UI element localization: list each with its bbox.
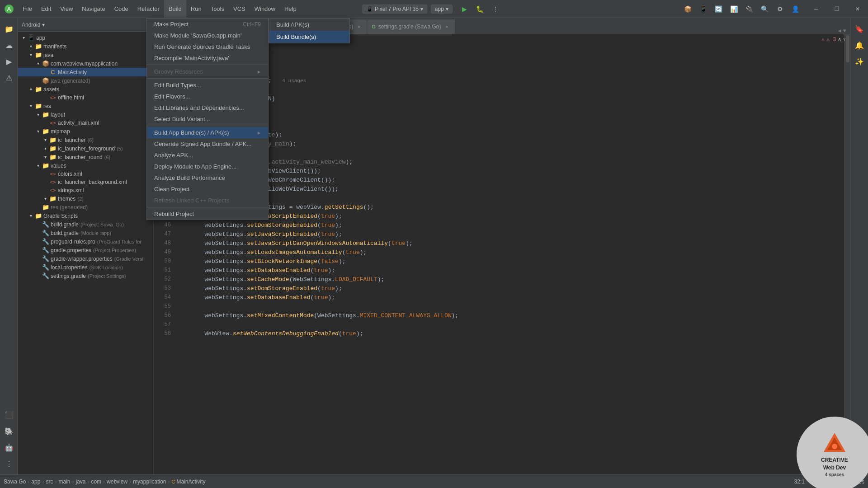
menu-vcs[interactable]: VCS bbox=[229, 0, 250, 18]
menu-edit-libraries[interactable]: Edit Libraries and Dependencies... bbox=[147, 102, 268, 113]
menu-make-project[interactable]: Make Project Ctrl+F9 bbox=[147, 19, 268, 30]
menu-edit[interactable]: Edit bbox=[37, 0, 56, 18]
tree-item-ic-launcher-round[interactable]: ▾ 📁 ic_launcher_round (6) bbox=[18, 153, 153, 161]
tree-item-manifests[interactable]: ▾ 📁 manifests bbox=[18, 42, 153, 51]
menu-clean-project[interactable]: Clean Project bbox=[147, 183, 268, 195]
run-button[interactable]: ▶ bbox=[458, 2, 472, 16]
account-icon[interactable]: 👤 bbox=[788, 2, 802, 16]
menu-navigate[interactable]: Navigate bbox=[77, 0, 109, 18]
sdk-manager-icon[interactable]: 📦 bbox=[681, 2, 694, 16]
menu-make-module[interactable]: Make Module 'SawaGo.app.main' bbox=[147, 30, 268, 41]
tab-settings-gradle[interactable]: G settings.gradle (Sawa Go) × bbox=[367, 19, 455, 34]
menu-window[interactable]: Window bbox=[250, 0, 280, 18]
device-explorer-icon[interactable]: 🔌 bbox=[742, 2, 756, 16]
tree-item-com-webview[interactable]: ▾ 📦 com.webview.myapplication bbox=[18, 59, 153, 68]
tree-item-ic-launcher[interactable]: ▾ 📁 ic_launcher (6) bbox=[18, 136, 153, 144]
tree-item-ic-bg-xml[interactable]: <> ic_launcher_background.xml bbox=[18, 178, 153, 186]
menu-select-variant[interactable]: Select Build Variant... bbox=[147, 113, 268, 125]
breadcrumb-src[interactable]: src bbox=[46, 479, 53, 485]
tree-item-mainactivity[interactable]: C MainActivity bbox=[18, 68, 153, 76]
more-sidebar-icon[interactable]: ⋮ bbox=[2, 456, 16, 471]
tree-item-layout[interactable]: ▾ 📁 layout bbox=[18, 110, 153, 119]
android-sidebar-icon[interactable]: 🤖 bbox=[2, 440, 16, 455]
menu-recompile[interactable]: Recompile 'MainActivity.java' bbox=[147, 52, 268, 64]
tree-item-proguard[interactable]: 🔧 proguard-rules.pro (ProGuard Rules for bbox=[18, 237, 153, 246]
search-icon[interactable]: 🔍 bbox=[758, 2, 771, 16]
more-run-options[interactable]: ⋮ bbox=[489, 2, 502, 16]
menu-build[interactable]: Build bbox=[164, 0, 186, 18]
breadcrumb-app[interactable]: app bbox=[31, 479, 40, 485]
tree-item-mipmap[interactable]: ▾ 📁 mipmap bbox=[18, 127, 153, 136]
menu-code[interactable]: Code bbox=[110, 0, 133, 18]
android-view-selector[interactable]: Android ▾ bbox=[22, 22, 45, 28]
line-col-info[interactable]: 32:1 bbox=[794, 479, 805, 485]
submenu-build-bundle[interactable]: Build Bundle(s) bbox=[269, 31, 349, 43]
breadcrumb-mainactivity[interactable]: C MainActivity bbox=[172, 479, 206, 485]
menu-build-bundle-apk[interactable]: Build App Bundle(s) / APK(s) ▸ bbox=[147, 127, 268, 138]
menu-help[interactable]: Help bbox=[280, 0, 301, 18]
breadcrumb-main[interactable]: main bbox=[58, 479, 70, 485]
tree-item-build-gradle-project[interactable]: 🔧 build.gradle (Project: Sawa_Go) bbox=[18, 220, 153, 229]
more-tabs-icon[interactable]: ▾ bbox=[843, 27, 846, 34]
submenu-build-apk[interactable]: Build APK(s) bbox=[269, 19, 349, 31]
tree-item-gradle-scripts[interactable]: ▾ 📁 Gradle Scripts bbox=[18, 211, 153, 220]
terminal-sidebar-icon[interactable]: ⬛ bbox=[2, 408, 16, 422]
breadcrumb-java[interactable]: java bbox=[75, 479, 85, 485]
menu-generate-signed[interactable]: Generate Signed App Bundle / APK... bbox=[147, 138, 268, 150]
menu-edit-build-types[interactable]: Edit Build Types... bbox=[147, 80, 268, 91]
breadcrumb-com[interactable]: com bbox=[91, 479, 101, 485]
tab-close[interactable]: × bbox=[356, 23, 362, 30]
tree-item-res[interactable]: ▾ 📁 res bbox=[18, 102, 153, 110]
close-button[interactable]: ✕ bbox=[847, 0, 868, 18]
debug-button[interactable]: 🐛 bbox=[473, 2, 487, 16]
bookmarks-icon[interactable]: 🔖 bbox=[852, 22, 867, 36]
maximize-button[interactable]: ❐ bbox=[826, 0, 847, 18]
menu-file[interactable]: File bbox=[18, 0, 37, 18]
notifications-icon[interactable]: 🔔 bbox=[852, 38, 867, 52]
tree-item-java-gen[interactable]: 📦 java (generated) bbox=[18, 76, 153, 85]
breadcrumb-myapplication[interactable]: myapplication bbox=[133, 479, 166, 485]
tree-item-java[interactable]: ▾ 📁 java bbox=[18, 51, 153, 59]
profiler-icon[interactable]: 📊 bbox=[727, 2, 741, 16]
tree-item-themes[interactable]: ▾ 📁 themes (2) bbox=[18, 194, 153, 203]
problems-sidebar-icon[interactable]: ⚠ bbox=[2, 70, 16, 85]
menu-tools[interactable]: Tools bbox=[206, 0, 229, 18]
tree-item-ic-launcher-fg[interactable]: ▾ 📁 ic_launcher_foreground (5) bbox=[18, 144, 153, 153]
menu-refactor[interactable]: Refactor bbox=[133, 0, 164, 18]
tree-item-local-properties[interactable]: 🔧 local.properties (SDK Location) bbox=[18, 263, 153, 272]
minimize-button[interactable]: ─ bbox=[806, 0, 826, 18]
settings-icon[interactable]: ⚙ bbox=[773, 2, 787, 16]
tree-item-strings-xml[interactable]: <> strings.xml bbox=[18, 186, 153, 194]
error-nav-up[interactable]: ∧ bbox=[838, 36, 841, 43]
app-selector[interactable]: app ▾ bbox=[431, 5, 453, 14]
chevron-left-icon[interactable]: ◂ bbox=[838, 27, 841, 34]
scrollbar-thumb[interactable] bbox=[846, 35, 849, 62]
tree-item-gradle-wrapper[interactable]: 🔧 gradle-wrapper.properties (Gradle Vers… bbox=[18, 254, 153, 263]
tree-item-assets[interactable]: ▾ 📁 assets bbox=[18, 85, 153, 94]
sync-icon[interactable]: 🔄 bbox=[712, 2, 725, 16]
commit-sidebar-icon[interactable]: ☁ bbox=[2, 38, 16, 52]
tree-item-colors-xml[interactable]: <> colors.xml bbox=[18, 170, 153, 178]
menu-run[interactable]: Run bbox=[186, 0, 206, 18]
project-sidebar-icon[interactable]: 📁 bbox=[2, 22, 16, 36]
device-selector[interactable]: 📱 Pixel 7 Pro API 35 ▾ bbox=[362, 5, 427, 14]
ai-icon[interactable]: ✨ bbox=[852, 54, 867, 69]
menu-analyze-apk[interactable]: Analyze APK... bbox=[147, 150, 268, 161]
tree-item-activity-main-xml[interactable]: <> activity_main.xml bbox=[18, 119, 153, 127]
scrollbar-vertical[interactable] bbox=[844, 34, 850, 474]
menu-run-generate[interactable]: Run Generate Sources Gradle Tasks bbox=[147, 41, 268, 52]
breadcrumb-project[interactable]: Sawa Go bbox=[4, 479, 26, 485]
menu-analyze-build-performance[interactable]: Analyze Build Performance bbox=[147, 172, 268, 183]
run-sidebar-icon[interactable]: ▶ bbox=[2, 54, 16, 69]
menu-view[interactable]: View bbox=[56, 0, 77, 18]
tree-item-app[interactable]: ▾ 📱 app bbox=[18, 33, 153, 42]
tree-item-res-gen[interactable]: 📁 res (generated) bbox=[18, 203, 153, 211]
tree-item-offline-html[interactable]: <> offline.html bbox=[18, 94, 153, 102]
tree-item-settings-gradle[interactable]: 🔧 settings.gradle (Project Settings) bbox=[18, 272, 153, 280]
gradle-sidebar-icon[interactable]: 🐘 bbox=[2, 424, 16, 438]
tree-item-gradle-properties[interactable]: 🔧 gradle.properties (Project Properties) bbox=[18, 246, 153, 254]
avd-manager-icon[interactable]: 📱 bbox=[696, 2, 710, 16]
menu-edit-flavors[interactable]: Edit Flavors... bbox=[147, 91, 268, 102]
tree-item-values[interactable]: ▾ 📁 values bbox=[18, 161, 153, 170]
breadcrumb-webview[interactable]: webview bbox=[107, 479, 127, 485]
